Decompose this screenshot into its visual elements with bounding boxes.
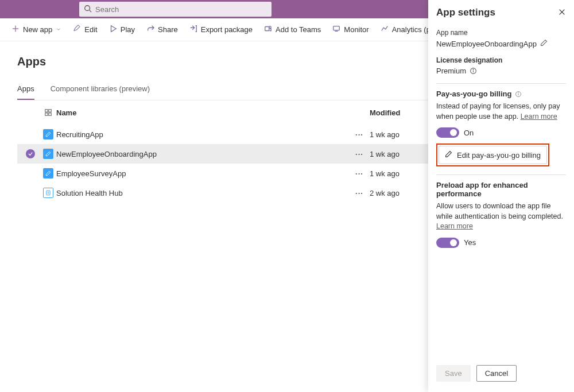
chevron-down-icon — [56, 25, 61, 34]
add-to-teams-button[interactable]: Add to Teams — [258, 18, 327, 41]
teams-icon — [264, 25, 272, 34]
app-type-icon — [43, 149, 53, 159]
row-more-button[interactable]: ··· — [355, 189, 363, 197]
search-input[interactable] — [95, 5, 267, 14]
svg-rect-15 — [46, 191, 50, 195]
app-name-cell: Solution Health Hub — [56, 189, 349, 197]
svg-rect-13 — [45, 113, 48, 115]
row-more-button[interactable]: ··· — [355, 150, 363, 158]
svg-rect-6 — [265, 27, 269, 31]
app-settings-panel: App settings App name NewEmployeeOnboard… — [428, 0, 574, 392]
app-name-cell: EmployeeSurveyApp — [56, 169, 349, 178]
search-box[interactable] — [79, 2, 272, 17]
app-type-icon — [43, 129, 53, 139]
edit-payg-billing-button[interactable]: Edit pay-as-you-go billing — [439, 146, 547, 164]
panel-title: App settings — [436, 7, 495, 18]
preload-toggle[interactable] — [436, 238, 459, 248]
row-select[interactable] — [21, 188, 40, 197]
analytics-icon — [381, 25, 389, 34]
play-button[interactable]: Play — [103, 18, 141, 41]
app-name-cell: RecruitingApp — [56, 130, 349, 139]
divider — [436, 83, 566, 84]
edit-icon — [445, 150, 452, 160]
tab-apps[interactable]: Apps — [17, 80, 34, 100]
row-select[interactable] — [21, 130, 40, 139]
license-info-icon[interactable] — [470, 67, 477, 75]
app-name-value: NewEmployeeOnboardingApp — [436, 40, 537, 48]
edit-icon — [73, 25, 81, 34]
svg-point-22 — [473, 69, 474, 70]
payg-description: Instead of paying for licenses, only pay… — [436, 102, 566, 122]
app-type-icon — [43, 188, 53, 198]
svg-point-0 — [85, 5, 90, 10]
view-options-button[interactable] — [42, 106, 55, 119]
license-designation-value: Premium — [436, 67, 466, 75]
search-icon — [84, 5, 92, 14]
svg-rect-12 — [49, 110, 51, 112]
svg-line-1 — [90, 10, 92, 12]
payg-title: Pay-as-you-go billing — [436, 90, 511, 98]
svg-point-25 — [518, 92, 519, 93]
payg-learn-more-link[interactable]: Learn more — [521, 112, 557, 121]
monitor-icon — [332, 25, 340, 34]
svg-rect-8 — [333, 26, 340, 30]
highlight-annotation: Edit pay-as-you-go billing — [436, 143, 549, 166]
app-name-cell: NewEmployeeOnboardingApp — [56, 150, 349, 158]
close-panel-button[interactable] — [558, 8, 566, 18]
save-button[interactable]: Save — [436, 365, 471, 382]
new-app-button[interactable]: New app — [6, 18, 67, 41]
license-designation-label: License designation — [436, 56, 566, 64]
row-more-button[interactable]: ··· — [355, 169, 363, 178]
preload-description: Allow users to download the app file whi… — [436, 201, 566, 232]
play-icon — [109, 25, 117, 34]
monitor-button[interactable]: Monitor — [327, 18, 374, 41]
payg-toggle-label: On — [464, 129, 474, 137]
row-more-button[interactable]: ··· — [355, 130, 363, 139]
cancel-button[interactable]: Cancel — [476, 365, 517, 382]
share-icon — [146, 25, 154, 34]
svg-rect-14 — [49, 113, 51, 115]
column-header-name[interactable]: Name — [56, 108, 349, 117]
plus-icon — [11, 25, 20, 34]
edit-button[interactable]: Edit — [67, 18, 103, 41]
preload-toggle-label: Yes — [464, 238, 476, 247]
tab-component-libraries[interactable]: Component libraries (preview) — [51, 80, 150, 100]
export-button[interactable]: Export package — [184, 18, 258, 41]
share-button[interactable]: Share — [141, 18, 184, 41]
payg-toggle[interactable] — [436, 127, 459, 138]
new-app-label: New app — [23, 25, 52, 34]
preload-title: Preload app for enhanced performance — [436, 181, 566, 198]
svg-point-7 — [269, 26, 272, 29]
edit-name-button[interactable] — [540, 39, 548, 48]
row-select[interactable] — [21, 149, 40, 158]
divider — [436, 174, 566, 175]
svg-rect-11 — [45, 110, 48, 112]
row-select[interactable] — [21, 169, 40, 178]
export-icon — [189, 25, 197, 34]
preload-learn-more-link[interactable]: Learn more — [436, 222, 473, 230]
payg-info-icon[interactable] — [515, 91, 522, 98]
app-name-label: App name — [436, 29, 566, 37]
app-type-icon — [43, 168, 53, 178]
svg-marker-5 — [111, 26, 116, 32]
